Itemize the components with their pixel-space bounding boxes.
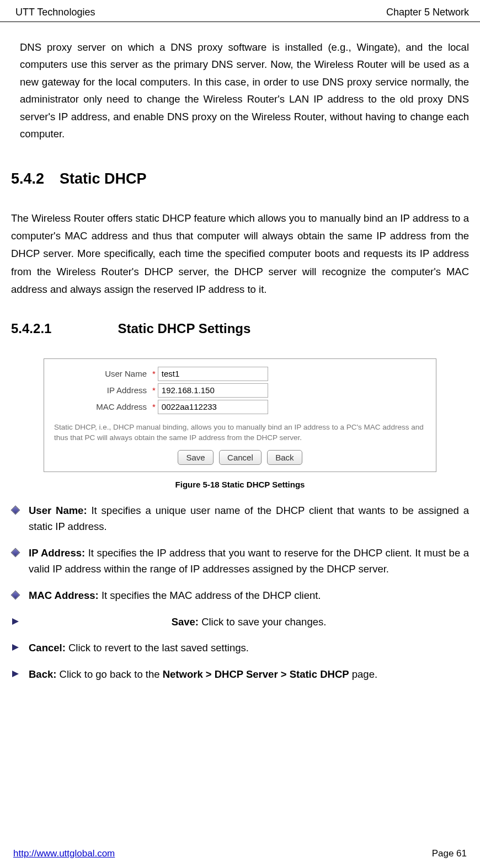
section-paragraph: The Wireless Router offers static DHCP f… [11, 210, 469, 299]
figure-caption: Figure 5-18 Static DHCP Settings [11, 480, 469, 489]
bullet-text: It specifies the MAC address of the DHCP… [99, 590, 321, 601]
username-label: User Name [52, 369, 150, 378]
bullet-text: Click to save your changes. [199, 616, 326, 628]
page-footer: http://www.uttglobal.com Page 61 [0, 848, 480, 859]
bullet-text: Click to revert to the last saved settin… [66, 642, 249, 653]
section-heading: 5.4.2Static DHCP [11, 170, 469, 187]
subsection-title: Static DHCP Settings [118, 321, 250, 336]
bullet-label: MAC Address: [29, 590, 99, 601]
button-row: Save Cancel Back [52, 450, 428, 465]
bullet-text: It specifies a unique user name of the D… [29, 505, 469, 533]
save-button[interactable]: Save [178, 450, 213, 465]
footer-link[interactable]: http://www.uttglobal.com [13, 848, 115, 859]
bullet-label: IP Address: [29, 547, 85, 559]
ip-row: IP Address * [52, 383, 428, 398]
username-row: User Name * [52, 367, 428, 381]
section-number: 5.4.2 [11, 170, 44, 187]
nav-path: Network > DHCP Server > Static DHCP [163, 668, 349, 680]
form-description: Static DHCP, i.e., DHCP manual binding, … [54, 422, 426, 443]
diamond-bullet-icon [11, 548, 20, 557]
arrow-bullet-icon [12, 644, 19, 651]
bullet-label: Cancel: [29, 642, 66, 653]
settings-form-panel: User Name * IP Address * MAC Address * S… [44, 358, 436, 472]
mac-label: MAC Address [52, 402, 150, 411]
page-content: DNS proxy server on which a DNS proxy so… [0, 22, 480, 682]
page-number: Page 61 [432, 848, 467, 859]
mac-input[interactable] [158, 400, 268, 414]
bullet-mac: MAC Address: It specifies the MAC addres… [11, 587, 469, 604]
subsection-number: 5.4.2.1 [11, 321, 51, 336]
section-title: Static DHCP [60, 170, 147, 187]
required-star: * [152, 402, 156, 411]
bullet-label: User Name: [29, 505, 87, 516]
required-star: * [152, 385, 156, 395]
bullet-save: Save: Click to save your changes. [11, 614, 469, 630]
bullet-username: User Name: It specifies a unique user na… [11, 502, 469, 535]
diamond-bullet-icon [11, 505, 20, 515]
username-input[interactable] [158, 367, 268, 381]
diamond-bullet-icon [11, 591, 20, 600]
mac-row: MAC Address * [52, 400, 428, 414]
bullet-back: Back: Click to go back to the Network > … [11, 666, 469, 683]
back-button[interactable]: Back [267, 450, 302, 465]
header-left: UTT Technologies [15, 7, 95, 18]
required-star: * [152, 369, 156, 378]
subsection-heading: 5.4.2.1Static DHCP Settings [11, 321, 469, 336]
bullet-label: Save: [172, 616, 199, 628]
intro-paragraph: DNS proxy server on which a DNS proxy so… [20, 39, 469, 143]
bullet-text: It specifies the IP address that you wan… [29, 547, 469, 575]
ip-label: IP Address [52, 385, 150, 395]
arrow-bullet-icon [12, 671, 19, 677]
page-header: UTT Technologies Chapter 5 Network [0, 0, 480, 22]
cancel-button[interactable]: Cancel [219, 450, 262, 465]
ip-input[interactable] [158, 383, 268, 398]
bullet-text-tail: page. [349, 668, 377, 680]
bullet-ip: IP Address: It specifies the IP address … [11, 545, 469, 577]
bullet-label: Back: [29, 668, 56, 680]
bullet-text: Click to go back to the [56, 668, 162, 680]
header-right: Chapter 5 Network [386, 7, 469, 18]
arrow-bullet-icon [12, 618, 19, 625]
bullet-cancel: Cancel: Click to revert to the last save… [11, 640, 469, 656]
